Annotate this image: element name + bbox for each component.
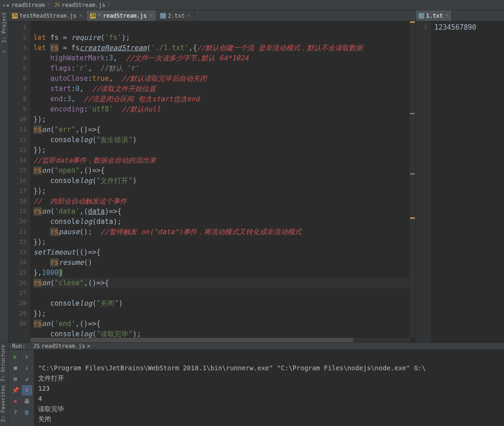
run-panel: 7: Structure 2: Favorites Run: JSreadStr… <box>0 342 504 426</box>
folder-icon: ▸▪ <box>3 2 9 8</box>
project-tool[interactable]: 1: Project <box>1 10 7 45</box>
code-area[interactable]: 1234567891011121314151617181920212223242… <box>8 21 415 342</box>
print-button[interactable]: 🖶 <box>22 396 32 406</box>
editor-right: 1.txt× 1 1234567890 <box>416 10 504 342</box>
close-icon[interactable]: × <box>187 13 190 19</box>
stop-button[interactable]: ■ <box>10 363 20 373</box>
close-icon[interactable]: × <box>445 13 449 19</box>
rerun-button[interactable]: ▶ <box>10 352 20 362</box>
run-tab-readstream[interactable]: JSreadStream.js× <box>29 343 94 349</box>
help-button[interactable]: ? <box>10 407 20 418</box>
breadcrumb-folder[interactable]: readStream <box>11 2 45 8</box>
scroll-button[interactable]: ⬇ <box>22 385 32 395</box>
breadcrumb: ▸▪ readStream 〉 JS readStream.js 〉 <box>0 0 504 10</box>
tool-icon[interactable]: ▫ <box>2 48 6 54</box>
tab-testreadstream[interactable]: JStestReadStream.js× <box>8 10 86 21</box>
down-button[interactable]: ↓ <box>22 363 32 373</box>
editor-tabs: JStestReadStream.js× JS*readStream.js× 2… <box>8 10 415 21</box>
js-file-icon: JS <box>90 13 96 19</box>
js-file-icon: JS <box>54 2 60 7</box>
code-area-right[interactable]: 1 1234567890 <box>416 21 504 342</box>
editor-scrollbar[interactable] <box>410 21 415 338</box>
wrap-button[interactable]: ↲ <box>22 374 32 384</box>
tab-readstream[interactable]: JS*readStream.js× <box>86 10 157 21</box>
js-file-icon: JS <box>12 13 18 19</box>
left-toolbar: 1: Project ▫ <box>0 10 8 342</box>
close-icon[interactable]: × <box>150 13 153 19</box>
close-icon[interactable]: × <box>87 343 90 349</box>
gutter-right: 1 <box>416 21 432 342</box>
run-label: Run: <box>8 343 29 349</box>
chevron-right-icon: 〉 <box>47 1 52 9</box>
text-file-icon <box>160 13 166 19</box>
favorites-tool[interactable]: 2: Favorites <box>0 383 6 424</box>
left-toolbar-bottom: 7: Structure 2: Favorites <box>0 343 8 426</box>
trash-button[interactable]: 🗑 <box>22 407 32 418</box>
horizontal-scrollbar[interactable] <box>31 338 410 342</box>
tab-2txt[interactable]: 2.txt× <box>157 10 195 21</box>
layout-button[interactable]: ⊞ <box>10 374 20 384</box>
source-right[interactable]: 1234567890 <box>432 21 504 342</box>
editor-tabs-right: 1.txt× <box>416 10 504 21</box>
chevron-right-icon: 〉 <box>107 1 113 9</box>
close-run-button[interactable]: ✖ <box>10 396 20 406</box>
text-file-icon <box>419 13 424 19</box>
tab-1txt[interactable]: 1.txt× <box>416 10 452 21</box>
run-toolbar: ▶ ↑ ■ ↓ ⊞ ↲ 📌 ⬇ ✖ 🖶 ? 🗑 <box>8 350 34 426</box>
up-button[interactable]: ↑ <box>22 352 32 362</box>
run-tabs: Run: JSreadStream.js× <box>8 343 504 350</box>
close-icon[interactable]: × <box>79 13 83 19</box>
gutter: 1234567891011121314151617181920212223242… <box>8 21 31 342</box>
breadcrumb-file[interactable]: readStream.js <box>62 2 105 8</box>
run-output[interactable]: "C:\Program Files\JetBrains\WebStorm 201… <box>34 350 504 426</box>
editor-left: JStestReadStream.js× JS*readStream.js× 2… <box>8 10 416 342</box>
structure-tool[interactable]: 7: Structure <box>0 343 6 383</box>
pin-button[interactable]: 📌 <box>10 385 20 395</box>
source[interactable]: let fs = require('fs'); let rs = fscreat… <box>31 21 415 342</box>
js-file-icon: JS <box>33 343 39 349</box>
